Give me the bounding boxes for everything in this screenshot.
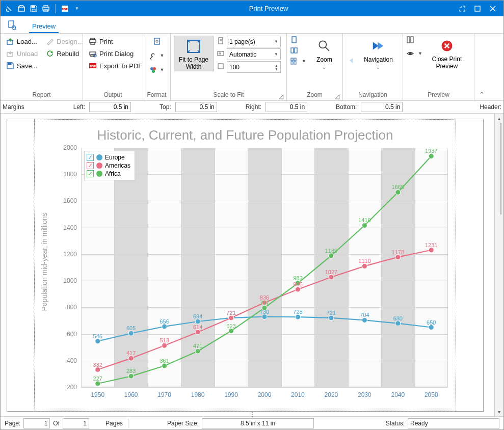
page-field[interactable]: 1 <box>23 418 50 428</box>
margin-left-field[interactable]: 0.5 in <box>89 102 131 112</box>
tab-preview[interactable]: Preview <box>29 20 59 33</box>
two-page-icon[interactable] <box>290 46 298 56</box>
print-dialog-button[interactable]: Print Dialog <box>86 48 145 59</box>
nav-prev-icon[interactable] <box>348 57 356 66</box>
margin-right-label: Right: <box>246 103 261 111</box>
point-label: 546 <box>93 333 102 339</box>
qat-separator <box>55 4 56 13</box>
export-pdf-button[interactable]: PDFExport To PDF <box>86 60 145 71</box>
group-label-output: Output <box>83 89 143 100</box>
page-label: Page: <box>5 420 20 427</box>
margin-bottom-field[interactable]: 0.5 in <box>361 102 403 112</box>
qat-open-icon[interactable] <box>17 4 26 13</box>
svg-point-57 <box>195 330 200 335</box>
zoom-button[interactable]: Zoom⌄ <box>309 36 339 70</box>
qat-dropdown-icon[interactable]: ▼ <box>72 4 82 13</box>
margin-right-field[interactable]: 0.5 in <box>266 102 307 112</box>
margin-top-label: Top: <box>160 103 171 111</box>
view-mode-icon[interactable]: ▼ <box>406 49 422 58</box>
restore-full-icon[interactable] <box>458 4 467 13</box>
margin-left-label: Left: <box>73 103 85 111</box>
page: Historic, Current, and Future Population… <box>7 119 484 412</box>
legend-checkbox[interactable]: ✓ <box>87 170 94 177</box>
file-preview-icon[interactable] <box>4 18 20 33</box>
y-tick: 800 <box>67 304 81 311</box>
scroll-up-icon[interactable]: ▴ <box>495 114 503 123</box>
scroll-thumb[interactable] <box>500 123 501 214</box>
point-label: 1027 <box>325 269 337 275</box>
margin-top-field[interactable]: 0.5 in <box>175 102 217 112</box>
pages-combo[interactable]: 1 page(s)▼ <box>227 36 281 47</box>
svg-rect-31 <box>292 37 296 43</box>
legend-item[interactable]: ✓Europe <box>87 153 130 162</box>
load-button[interactable]: Load... <box>4 36 40 47</box>
qat-print-icon[interactable] <box>41 4 50 13</box>
x-tick: 2030 <box>358 387 372 398</box>
thumbnails-icon[interactable] <box>406 36 414 45</box>
x-tick: 2040 <box>391 387 405 398</box>
qat-pdf-icon[interactable]: PDF <box>60 4 69 13</box>
rebuild-button[interactable]: Rebuild <box>43 48 85 59</box>
zoom-spinner[interactable]: 100▲▼ <box>227 61 281 73</box>
scale-launcher-icon[interactable]: ◿ <box>277 91 284 98</box>
close-icon[interactable] <box>488 4 497 13</box>
svg-rect-30 <box>218 64 223 69</box>
svg-rect-18 <box>91 55 95 57</box>
legend-checkbox[interactable]: ✓ <box>87 154 94 161</box>
window-buttons <box>452 4 503 13</box>
multi-page-icon[interactable]: ▼ <box>290 57 306 65</box>
layout-button[interactable] <box>150 36 164 47</box>
svg-rect-8 <box>475 6 480 11</box>
legend-item[interactable]: ✓Americas <box>87 162 130 170</box>
vertical-scrollbar[interactable]: ▴ ⋮ ▾ <box>494 114 503 416</box>
styles-button[interactable]: ▼ <box>147 64 167 75</box>
pdf-icon: PDF <box>89 62 97 70</box>
legend-checkbox[interactable]: ✓ <box>87 162 94 169</box>
print-button[interactable]: Print <box>86 36 145 47</box>
save-button[interactable]: Save... <box>4 60 40 71</box>
x-tick: 2050 <box>425 387 438 398</box>
qat-clear-icon[interactable] <box>5 4 14 13</box>
point-label: 797 <box>260 300 269 306</box>
group-label-zoom: Zoom◿ <box>287 89 342 100</box>
close-preview-button[interactable]: Close Print Preview <box>426 36 468 70</box>
point-label: 1416 <box>358 218 370 224</box>
auto-combo[interactable]: Automatic▼ <box>227 48 281 60</box>
svg-point-54 <box>95 367 100 372</box>
fit-page-width-button[interactable]: Fit to Page Width <box>174 36 214 71</box>
window-title: Print Preview <box>86 5 452 12</box>
point-label: 471 <box>193 343 202 350</box>
save-icon <box>6 62 14 70</box>
svg-rect-15 <box>91 38 95 40</box>
zoom-launcher-icon[interactable]: ◿ <box>333 91 340 98</box>
qat-save-icon[interactable] <box>29 4 38 13</box>
svg-point-56 <box>162 343 167 348</box>
point-label: 728 <box>293 309 302 315</box>
svg-rect-37 <box>294 62 296 64</box>
ribbon: Load... Unload Save... Design... Rebuild… <box>1 34 503 101</box>
y-tick: 1400 <box>63 224 81 231</box>
design-button: Design... <box>43 36 85 47</box>
tools-button[interactable]: ▼ <box>147 50 167 61</box>
svg-rect-35 <box>294 58 296 61</box>
margins-bar: Margins Left: 0.5 in Top: 0.5 in Right: … <box>1 101 503 114</box>
point-label: 650 <box>427 319 436 326</box>
preview-canvas[interactable]: Historic, Current, and Future Population… <box>1 114 494 416</box>
single-page-icon[interactable] <box>290 36 298 45</box>
total-pages-field: 1 <box>63 418 89 428</box>
paper-size-field[interactable]: 8.5 in x 11 in <box>202 418 314 428</box>
svg-rect-22 <box>154 38 160 44</box>
fit-width-icon <box>185 38 202 55</box>
point-label: 1189 <box>325 248 337 254</box>
zoom-icon <box>316 38 332 54</box>
legend-item[interactable]: ✓Africa <box>87 170 130 178</box>
point-label: 721 <box>327 310 336 316</box>
layout-icon <box>153 37 161 45</box>
legend-marker-icon <box>96 154 102 160</box>
legend-label: Europe <box>105 154 125 161</box>
svg-point-50 <box>329 315 334 320</box>
maximize-icon[interactable] <box>473 4 482 13</box>
navigation-button[interactable]: Navigation⌄ <box>359 36 399 70</box>
zoom-pct-icon <box>217 62 225 72</box>
ribbon-collapse-icon[interactable]: ⌃ <box>474 34 489 100</box>
